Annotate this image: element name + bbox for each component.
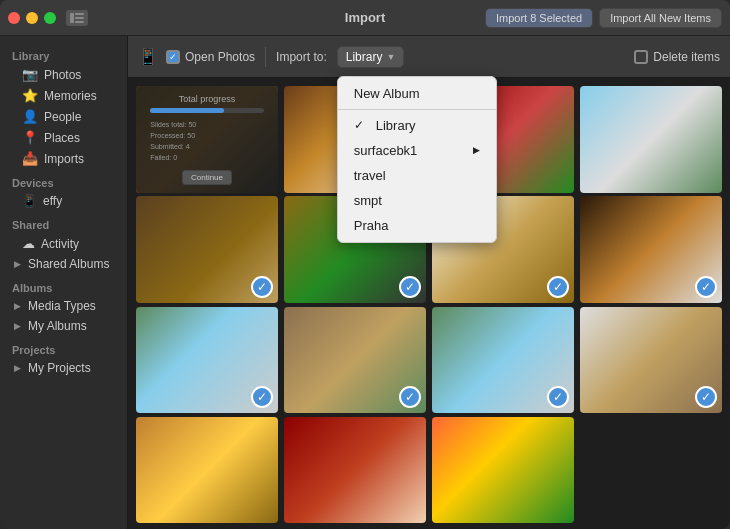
- progress-bar: [150, 108, 263, 113]
- window-title: Import: [345, 10, 385, 25]
- albums-section-label: Albums: [0, 274, 127, 296]
- sidebar-item-device[interactable]: 📱 effy: [4, 191, 123, 211]
- delete-items-checkbox[interactable]: [634, 50, 648, 64]
- dropdown-item-surfacebk1[interactable]: surfacebk1: [338, 138, 496, 163]
- library-section-label: Library: [0, 42, 127, 64]
- photo-cell-child[interactable]: ✓: [136, 307, 278, 414]
- memories-icon: ⭐: [22, 88, 38, 103]
- photo-cell-mummy[interactable]: ✓: [580, 307, 722, 414]
- sidebar-item-photos[interactable]: 📷 Photos: [4, 64, 123, 85]
- expand-arrow-icon: ▶: [14, 259, 24, 269]
- sidebar-item-memories[interactable]: ⭐ Memories: [4, 85, 123, 106]
- device-phone-icon: 📱: [138, 47, 158, 66]
- sidebar-item-people[interactable]: 👤 People: [4, 106, 123, 127]
- progress-overlay: Total progress Slides total: 50 Processe…: [136, 86, 278, 193]
- open-photos-checkbox[interactable]: ✓: [166, 50, 180, 64]
- continue-button[interactable]: Continue: [182, 170, 232, 185]
- sidebar: Library 📷 Photos ⭐ Memories 👤 People 📍 P…: [0, 36, 128, 529]
- dropdown-item-praha[interactable]: Praha: [338, 213, 496, 238]
- toolbar: 📱 ✓ Open Photos Import to: Library ▼ New…: [128, 36, 730, 78]
- people-icon: 👤: [22, 109, 38, 124]
- sidebar-item-my-projects[interactable]: ▶ My Projects: [4, 358, 123, 378]
- titlebar: Import Import 8 Selected Import All New …: [0, 0, 730, 36]
- svg-rect-3: [75, 21, 84, 23]
- maximize-button[interactable]: [44, 12, 56, 24]
- select-badge-table: ✓: [251, 276, 273, 298]
- sidebar-item-imports[interactable]: 📥 Imports: [4, 148, 123, 169]
- main-layout: Library 📷 Photos ⭐ Memories 👤 People 📍 P…: [0, 36, 730, 529]
- select-badge-tea: ✓: [695, 276, 717, 298]
- dropdown-arrow-icon: ▼: [386, 52, 395, 62]
- photo-cell-fruits[interactable]: [432, 417, 574, 524]
- select-badge-dog: ✓: [547, 276, 569, 298]
- toolbar-right: Delete items: [634, 50, 720, 64]
- photo-cell-table[interactable]: ✓: [136, 196, 278, 303]
- toolbar-divider: [265, 47, 266, 67]
- photo-cell-progress[interactable]: Total progress Slides total: 50 Processe…: [136, 86, 278, 193]
- svg-rect-1: [75, 13, 84, 15]
- sidebar-item-places[interactable]: 📍 Places: [4, 127, 123, 148]
- delete-items-label[interactable]: Delete items: [634, 50, 720, 64]
- sidebar-toggle-icon[interactable]: [66, 10, 88, 26]
- photos-icon: 📷: [22, 67, 38, 82]
- photo-cell-tea[interactable]: ✓: [580, 196, 722, 303]
- activity-icon: ☁: [22, 236, 35, 251]
- progress-stats: Slides total: 50 Processed: 50 Submitted…: [150, 119, 263, 164]
- photo-cell-run[interactable]: ✓: [432, 307, 574, 414]
- sidebar-item-media-types[interactable]: ▶ Media Types: [4, 296, 123, 316]
- import-dropdown-menu: New Album Library surfacebk1 travel smpt…: [337, 76, 497, 243]
- photo-cell-pug[interactable]: ✓: [284, 307, 426, 414]
- svg-rect-2: [75, 17, 84, 19]
- svg-rect-0: [70, 13, 74, 23]
- projects-section-label: Projects: [0, 336, 127, 358]
- select-badge-pug: ✓: [399, 386, 421, 408]
- shared-section-label: Shared: [0, 211, 127, 233]
- import-to-dropdown[interactable]: Library ▼: [337, 46, 405, 68]
- expand-arrow-albums-icon: ▶: [14, 321, 24, 331]
- sidebar-item-activity[interactable]: ☁ Activity: [4, 233, 123, 254]
- progress-fill: [150, 108, 224, 113]
- select-badge-salad: ✓: [399, 276, 421, 298]
- progress-title: Total progress: [179, 94, 236, 104]
- photo-cell-kids1[interactable]: [580, 86, 722, 193]
- import-selected-button[interactable]: Import 8 Selected: [485, 8, 593, 28]
- toolbar-left: 📱 ✓ Open Photos: [138, 47, 255, 66]
- open-photos-label[interactable]: ✓ Open Photos: [166, 50, 255, 64]
- photo-cell-soup[interactable]: [136, 417, 278, 524]
- devices-section-label: Devices: [0, 169, 127, 191]
- select-badge-mummy: ✓: [695, 386, 717, 408]
- places-icon: 📍: [22, 130, 38, 145]
- dropdown-divider: [338, 109, 496, 110]
- import-to-dropdown-container: Library ▼ New Album Library surfacebk1 t…: [337, 46, 405, 68]
- close-button[interactable]: [8, 12, 20, 24]
- sidebar-item-my-albums[interactable]: ▶ My Albums: [4, 316, 123, 336]
- sidebar-item-shared-albums[interactable]: ▶ Shared Albums: [4, 254, 123, 274]
- expand-arrow-projects-icon: ▶: [14, 363, 24, 373]
- select-badge-run: ✓: [547, 386, 569, 408]
- import-to-text: Import to:: [276, 50, 327, 64]
- content-area: 📱 ✓ Open Photos Import to: Library ▼ New…: [128, 36, 730, 529]
- expand-arrow-media-icon: ▶: [14, 301, 24, 311]
- select-badge-child: ✓: [251, 386, 273, 408]
- import-all-button[interactable]: Import All New Items: [599, 8, 722, 28]
- imports-icon: 📥: [22, 151, 38, 166]
- photo-cell-steak[interactable]: [284, 417, 426, 524]
- minimize-button[interactable]: [26, 12, 38, 24]
- dropdown-item-new-album[interactable]: New Album: [338, 81, 496, 106]
- device-icon: 📱: [22, 194, 37, 208]
- dropdown-item-library[interactable]: Library: [338, 113, 496, 138]
- dropdown-item-travel[interactable]: travel: [338, 163, 496, 188]
- window-controls: [8, 12, 56, 24]
- titlebar-actions: Import 8 Selected Import All New Items: [485, 8, 722, 28]
- dropdown-item-smpt[interactable]: smpt: [338, 188, 496, 213]
